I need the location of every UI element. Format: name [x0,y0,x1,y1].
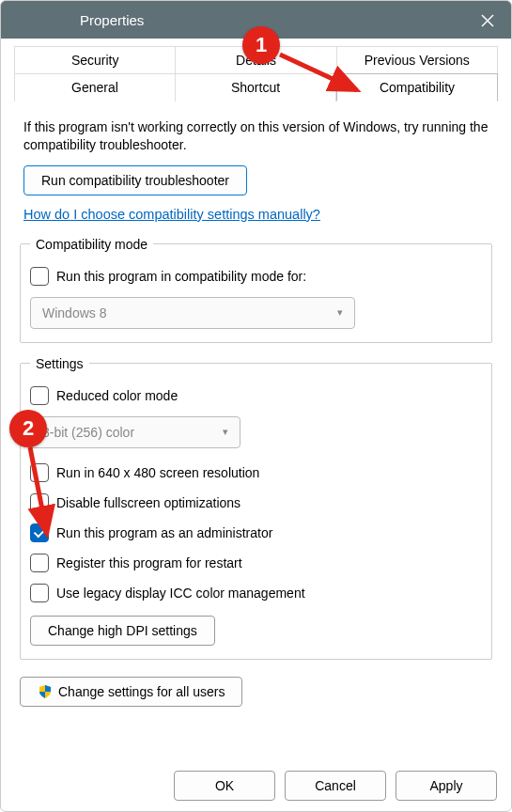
register-restart-label: Register this program for restart [56,555,242,570]
properties-dialog: Properties Security Details Previous Ver… [0,0,512,812]
tab-general[interactable]: General [14,73,176,102]
settings-legend: Settings [30,356,89,371]
window-title: Properties [80,12,144,28]
cancel-button[interactable]: Cancel [285,771,386,801]
change-dpi-button[interactable]: Change high DPI settings [30,616,215,646]
legacy-icc-checkbox[interactable] [30,584,49,602]
close-button[interactable] [475,8,500,33]
run-as-admin-label: Run this program as an administrator [56,525,272,540]
run-640-label: Run in 640 x 480 screen resolution [56,465,259,480]
register-restart-checkbox[interactable] [30,554,49,572]
run-as-admin-checkbox[interactable] [30,523,49,542]
help-link[interactable]: How do I choose compatibility settings m… [14,201,330,233]
run-640-checkbox[interactable] [30,463,49,482]
annotation-badge-1: 1 [242,26,280,64]
color-mode-value: 8-bit (256) color [42,425,134,440]
legacy-icc-label: Use legacy display ICC color management [56,586,305,601]
tab-previous-versions[interactable]: Previous Versions [337,46,498,73]
tab-security[interactable]: Security [14,46,176,73]
description-text: If this program isn't working correctly … [14,109,498,160]
disable-fullscreen-label: Disable fullscreen optimizations [56,495,240,510]
annotation-badge-2: 2 [9,410,47,447]
compat-mode-legend: Compatibility mode [30,237,153,252]
close-icon [480,13,495,28]
color-mode-select[interactable]: 8-bit (256) color ▾ [30,416,240,448]
change-all-users-label: Change settings for all users [58,684,225,699]
compat-mode-label: Run this program in compatibility mode f… [56,269,306,284]
compat-mode-select[interactable]: Windows 8 ▾ [30,297,355,329]
chevron-down-icon: ▾ [223,426,228,438]
ok-button[interactable]: OK [174,771,275,801]
reduced-color-label: Reduced color mode [56,388,178,403]
settings-group: Settings Reduced color mode 8-bit (256) … [20,356,492,660]
dialog-content: Security Details Previous Versions Gener… [1,39,511,724]
chevron-down-icon: ▾ [337,306,343,319]
dialog-buttons: OK Cancel Apply [174,771,497,801]
change-all-users-button[interactable]: Change settings for all users [20,677,242,707]
tab-shortcut[interactable]: Shortcut [176,73,336,102]
apply-button[interactable]: Apply [396,771,497,801]
tab-compatibility[interactable]: Compatibility [336,73,498,102]
compat-mode-checkbox[interactable] [30,267,49,286]
run-troubleshooter-button[interactable]: Run compatibility troubleshooter [23,165,247,195]
shield-icon [38,684,53,699]
disable-fullscreen-checkbox[interactable] [30,493,49,512]
compat-mode-value: Windows 8 [42,305,106,320]
reduced-color-checkbox[interactable] [30,386,49,405]
compatibility-mode-group: Compatibility mode Run this program in c… [20,237,492,343]
